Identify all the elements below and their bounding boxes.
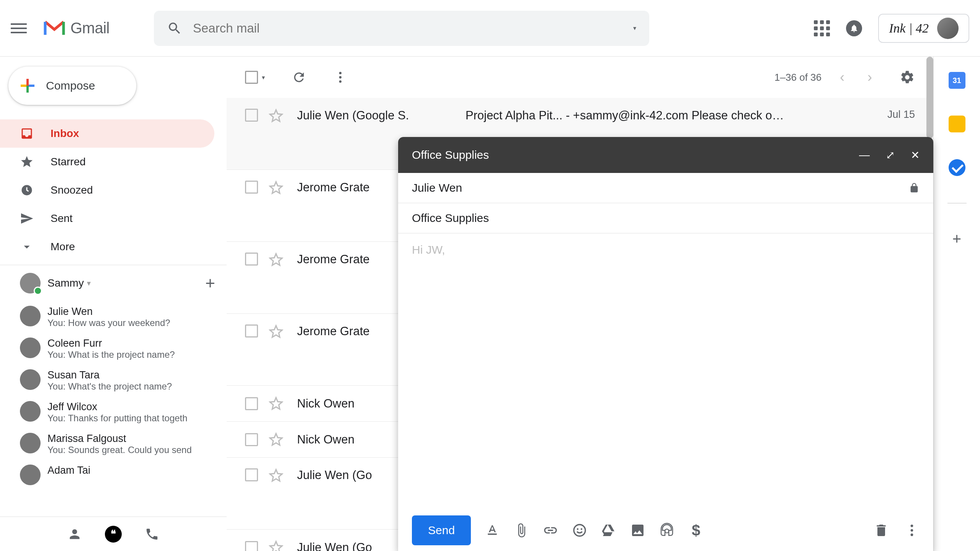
- compose-body[interactable]: Hi JW,: [398, 233, 933, 510]
- content: ▾ 1–36 of 36 ‹ › Julie Wen (Google S.Pro…: [227, 57, 980, 551]
- compose-header[interactable]: Office Supplies — ⤢ ✕: [398, 137, 933, 173]
- send-button[interactable]: Send: [412, 515, 471, 545]
- chat-name: Julie Wen: [47, 306, 170, 318]
- account-avatar[interactable]: [937, 18, 959, 39]
- chat-item[interactable]: Susan TaraYou: What's the project name?: [0, 365, 227, 396]
- settings-icon[interactable]: [900, 70, 915, 85]
- mail-checkbox[interactable]: [245, 181, 258, 194]
- scrollbar[interactable]: [926, 98, 933, 139]
- close-icon[interactable]: ✕: [911, 149, 920, 161]
- nav-item-more[interactable]: More: [0, 233, 214, 261]
- star-icon[interactable]: [269, 396, 283, 411]
- workspace-label: Ink | 42: [889, 21, 929, 36]
- user-avatar[interactable]: [20, 273, 41, 293]
- star-icon[interactable]: [269, 253, 283, 267]
- link-icon[interactable]: [543, 523, 558, 538]
- pagination-label: 1–36 of 36: [774, 72, 822, 83]
- chat-item[interactable]: Adam Tai: [0, 460, 227, 490]
- svg-point-5: [577, 528, 578, 530]
- mail-checkbox[interactable]: [245, 541, 258, 551]
- nav-item-sent[interactable]: Sent: [0, 204, 214, 233]
- chat-name: Susan Tara: [47, 369, 172, 381]
- mail-checkbox[interactable]: [245, 397, 258, 410]
- star-icon[interactable]: [269, 324, 283, 339]
- mail-checkbox[interactable]: [245, 468, 258, 481]
- fullscreen-icon[interactable]: ⤢: [886, 149, 895, 161]
- drive-icon[interactable]: [601, 523, 616, 538]
- refresh-icon[interactable]: [292, 70, 306, 85]
- side-panel-divider: [947, 203, 967, 204]
- chat-preview: You: What is the project name?: [47, 349, 175, 360]
- mail-checkbox[interactable]: [245, 253, 258, 266]
- svg-point-8: [911, 525, 913, 527]
- prev-page-button[interactable]: ‹: [835, 69, 849, 85]
- select-all-checkbox[interactable]: [245, 71, 258, 84]
- user-name[interactable]: Sammy: [47, 277, 84, 289]
- mail-date: Jul 15: [887, 109, 915, 121]
- nav-label: Starred: [51, 156, 86, 168]
- gmail-logo[interactable]: Gmail: [44, 20, 109, 37]
- chat-item[interactable]: Marissa FalgoustYou: Sounds great. Could…: [0, 428, 227, 460]
- contacts-icon[interactable]: [67, 527, 82, 541]
- next-page-button[interactable]: ›: [863, 69, 877, 85]
- svg-point-9: [911, 529, 913, 532]
- new-chat-button[interactable]: +: [205, 274, 215, 293]
- phone-icon[interactable]: [145, 527, 159, 541]
- chat-item[interactable]: Coleen FurrYou: What is the project name…: [0, 333, 227, 365]
- side-panel: 31 +: [933, 57, 980, 551]
- attach-icon[interactable]: [514, 523, 529, 538]
- minimize-icon[interactable]: —: [859, 149, 870, 161]
- nav-item-starred[interactable]: Starred: [0, 148, 214, 176]
- svg-point-10: [911, 533, 913, 536]
- more-options-icon[interactable]: [904, 523, 920, 538]
- search-options-icon[interactable]: ▾: [633, 24, 636, 32]
- image-icon[interactable]: [630, 523, 645, 538]
- search-input[interactable]: [193, 21, 633, 36]
- search-bar[interactable]: ▾: [154, 11, 649, 46]
- nav-item-inbox[interactable]: Inbox: [0, 119, 214, 148]
- more-icon[interactable]: [333, 70, 348, 85]
- nav-item-snoozed[interactable]: Snoozed: [0, 176, 214, 204]
- compose-to-value: Julie Wen: [412, 181, 462, 194]
- chat-item[interactable]: Jeff WilcoxYou: Thanks for putting that …: [0, 396, 227, 428]
- chevron-icon: [20, 240, 34, 254]
- star-icon[interactable]: [269, 540, 283, 551]
- confidential-icon[interactable]: [659, 523, 675, 538]
- google-apps-icon[interactable]: [814, 20, 830, 36]
- discard-icon[interactable]: [874, 523, 889, 538]
- svg-point-7: [665, 529, 669, 533]
- mail-checkbox[interactable]: [245, 109, 258, 122]
- star-icon[interactable]: [269, 432, 283, 447]
- get-addons-button[interactable]: +: [952, 230, 961, 248]
- tasks-addon-icon[interactable]: [949, 159, 965, 176]
- main-menu-icon[interactable]: [11, 20, 27, 36]
- star-icon[interactable]: [269, 468, 283, 483]
- star-icon[interactable]: [269, 181, 283, 195]
- star-icon: [20, 155, 34, 169]
- star-icon[interactable]: [269, 109, 283, 123]
- chat-item[interactable]: Julie WenYou: How was your weekend?: [0, 301, 227, 333]
- select-dropdown-icon[interactable]: ▾: [262, 74, 265, 81]
- clock-icon: [20, 183, 34, 197]
- main: Compose InboxStarredSnoozedSentMore Samm…: [0, 57, 980, 551]
- money-icon[interactable]: $: [688, 523, 704, 538]
- mail-sender: Julie Wen (Google S.: [297, 109, 450, 122]
- notifications-icon[interactable]: [846, 20, 862, 36]
- hangouts-icon[interactable]: ❝: [105, 526, 122, 543]
- compose-to-field[interactable]: Julie Wen: [398, 173, 933, 203]
- workspace-badge[interactable]: Ink | 42: [878, 14, 969, 43]
- mail-pane: ▾ 1–36 of 36 ‹ › Julie Wen (Google S.Pro…: [227, 57, 933, 551]
- compose-button[interactable]: Compose: [8, 67, 136, 105]
- nav-label: Sent: [51, 212, 73, 225]
- mail-checkbox[interactable]: [245, 324, 258, 337]
- svg-point-3: [339, 80, 341, 83]
- calendar-addon-icon[interactable]: 31: [949, 72, 965, 89]
- compose-subject-field[interactable]: Office Supplies: [398, 203, 933, 233]
- chat-avatar: [20, 369, 41, 390]
- formatting-icon[interactable]: [485, 523, 500, 538]
- emoji-icon[interactable]: [572, 523, 587, 538]
- keep-addon-icon[interactable]: [949, 116, 965, 132]
- lock-icon: [909, 183, 920, 193]
- chevron-down-icon[interactable]: ▾: [87, 279, 91, 288]
- mail-checkbox[interactable]: [245, 433, 258, 446]
